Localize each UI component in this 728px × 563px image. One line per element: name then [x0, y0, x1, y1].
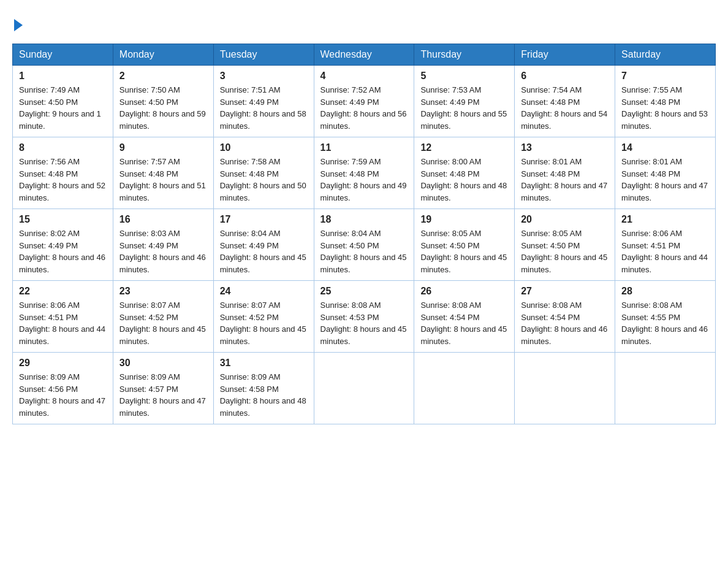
day-number: 9	[119, 142, 207, 153]
day-info: Sunrise: 7:57 AMSunset: 4:48 PMDaylight:…	[119, 156, 207, 204]
day-info: Sunrise: 8:09 AMSunset: 4:58 PMDaylight:…	[220, 371, 308, 419]
calendar-day-cell: 4Sunrise: 7:52 AMSunset: 4:49 PMDaylight…	[314, 66, 414, 137]
day-number: 2	[119, 71, 207, 82]
day-info: Sunrise: 8:04 AMSunset: 4:49 PMDaylight:…	[220, 228, 308, 275]
day-number: 7	[621, 71, 709, 82]
calendar-day-cell: 19Sunrise: 8:05 AMSunset: 4:50 PMDayligh…	[414, 209, 515, 281]
day-info: Sunrise: 8:03 AMSunset: 4:49 PMDaylight:…	[119, 228, 207, 275]
day-number: 5	[420, 71, 508, 82]
day-number: 6	[521, 71, 609, 82]
calendar-week-row: 15Sunrise: 8:02 AMSunset: 4:49 PMDayligh…	[13, 209, 716, 281]
day-number: 30	[119, 358, 207, 369]
weekday-header-friday: Friday	[515, 44, 615, 66]
weekday-header-tuesday: Tuesday	[213, 44, 314, 66]
calendar-day-cell: 10Sunrise: 7:58 AMSunset: 4:48 PMDayligh…	[213, 137, 314, 209]
page-header	[12, 12, 716, 31]
day-number: 12	[420, 142, 508, 153]
calendar-day-cell: 31Sunrise: 8:09 AMSunset: 4:58 PMDayligh…	[213, 353, 314, 424]
calendar-day-cell: 29Sunrise: 8:09 AMSunset: 4:56 PMDayligh…	[13, 353, 113, 424]
calendar-day-cell	[314, 353, 414, 424]
weekday-header-sunday: Sunday	[13, 44, 113, 66]
calendar-day-cell: 3Sunrise: 7:51 AMSunset: 4:49 PMDaylight…	[213, 66, 314, 137]
day-number: 29	[19, 358, 107, 369]
calendar-day-cell: 30Sunrise: 8:09 AMSunset: 4:57 PMDayligh…	[113, 353, 213, 424]
logo-arrow-icon	[14, 19, 23, 31]
calendar-day-cell: 8Sunrise: 7:56 AMSunset: 4:48 PMDaylight…	[13, 137, 113, 209]
weekday-header-wednesday: Wednesday	[314, 44, 414, 66]
day-number: 3	[220, 71, 308, 82]
day-info: Sunrise: 7:59 AMSunset: 4:48 PMDaylight:…	[320, 156, 408, 204]
calendar-day-cell: 22Sunrise: 8:06 AMSunset: 4:51 PMDayligh…	[13, 281, 113, 353]
calendar-day-cell: 15Sunrise: 8:02 AMSunset: 4:49 PMDayligh…	[13, 209, 113, 281]
calendar-day-cell: 25Sunrise: 8:08 AMSunset: 4:53 PMDayligh…	[314, 281, 414, 353]
calendar-day-cell	[414, 353, 515, 424]
calendar-day-cell: 9Sunrise: 7:57 AMSunset: 4:48 PMDaylight…	[113, 137, 213, 209]
calendar-week-row: 22Sunrise: 8:06 AMSunset: 4:51 PMDayligh…	[13, 281, 716, 353]
day-number: 15	[19, 214, 107, 225]
day-info: Sunrise: 7:50 AMSunset: 4:50 PMDaylight:…	[119, 84, 207, 132]
day-info: Sunrise: 8:05 AMSunset: 4:50 PMDaylight:…	[521, 228, 609, 275]
calendar-day-cell	[615, 353, 716, 424]
calendar-day-cell: 6Sunrise: 7:54 AMSunset: 4:48 PMDaylight…	[515, 66, 615, 137]
day-number: 14	[621, 142, 709, 153]
day-info: Sunrise: 8:09 AMSunset: 4:57 PMDaylight:…	[119, 371, 207, 419]
day-info: Sunrise: 7:58 AMSunset: 4:48 PMDaylight:…	[220, 156, 308, 204]
calendar-day-cell: 23Sunrise: 8:07 AMSunset: 4:52 PMDayligh…	[113, 281, 213, 353]
day-number: 10	[220, 142, 308, 153]
day-number: 1	[19, 71, 107, 82]
calendar-day-cell: 1Sunrise: 7:49 AMSunset: 4:50 PMDaylight…	[13, 66, 113, 137]
day-number: 26	[420, 286, 508, 297]
day-number: 13	[521, 142, 609, 153]
day-info: Sunrise: 8:08 AMSunset: 4:54 PMDaylight:…	[521, 299, 609, 347]
day-info: Sunrise: 8:06 AMSunset: 4:51 PMDaylight:…	[19, 299, 107, 347]
day-info: Sunrise: 8:08 AMSunset: 4:54 PMDaylight:…	[420, 299, 508, 347]
day-number: 31	[220, 358, 308, 369]
day-number: 8	[19, 142, 107, 153]
calendar-day-cell: 14Sunrise: 8:01 AMSunset: 4:48 PMDayligh…	[615, 137, 716, 209]
day-info: Sunrise: 7:49 AMSunset: 4:50 PMDaylight:…	[19, 84, 107, 132]
calendar-week-row: 1Sunrise: 7:49 AMSunset: 4:50 PMDaylight…	[13, 66, 716, 137]
day-info: Sunrise: 8:01 AMSunset: 4:48 PMDaylight:…	[521, 156, 609, 204]
day-info: Sunrise: 8:07 AMSunset: 4:52 PMDaylight:…	[220, 299, 308, 347]
calendar-week-row: 29Sunrise: 8:09 AMSunset: 4:56 PMDayligh…	[13, 353, 716, 424]
day-info: Sunrise: 8:07 AMSunset: 4:52 PMDaylight:…	[119, 299, 207, 347]
calendar-day-cell: 7Sunrise: 7:55 AMSunset: 4:48 PMDaylight…	[615, 66, 716, 137]
day-info: Sunrise: 7:56 AMSunset: 4:48 PMDaylight:…	[19, 156, 107, 204]
day-info: Sunrise: 8:08 AMSunset: 4:55 PMDaylight:…	[621, 299, 709, 347]
calendar-day-cell: 2Sunrise: 7:50 AMSunset: 4:50 PMDaylight…	[113, 66, 213, 137]
day-info: Sunrise: 8:06 AMSunset: 4:51 PMDaylight:…	[621, 228, 709, 275]
day-number: 16	[119, 214, 207, 225]
calendar-day-cell: 20Sunrise: 8:05 AMSunset: 4:50 PMDayligh…	[515, 209, 615, 281]
day-info: Sunrise: 8:00 AMSunset: 4:48 PMDaylight:…	[420, 156, 508, 204]
calendar-table: SundayMondayTuesdayWednesdayThursdayFrid…	[12, 44, 716, 424]
day-number: 24	[220, 286, 308, 297]
day-info: Sunrise: 8:04 AMSunset: 4:50 PMDaylight:…	[320, 228, 408, 275]
day-info: Sunrise: 7:53 AMSunset: 4:49 PMDaylight:…	[420, 84, 508, 132]
day-info: Sunrise: 7:51 AMSunset: 4:49 PMDaylight:…	[220, 84, 308, 132]
weekday-header-monday: Monday	[113, 44, 213, 66]
weekday-header-row: SundayMondayTuesdayWednesdayThursdayFrid…	[13, 44, 716, 66]
calendar-day-cell: 5Sunrise: 7:53 AMSunset: 4:49 PMDaylight…	[414, 66, 515, 137]
calendar-day-cell: 13Sunrise: 8:01 AMSunset: 4:48 PMDayligh…	[515, 137, 615, 209]
day-info: Sunrise: 8:09 AMSunset: 4:56 PMDaylight:…	[19, 371, 107, 419]
day-info: Sunrise: 8:02 AMSunset: 4:49 PMDaylight:…	[19, 228, 107, 275]
day-number: 4	[320, 71, 408, 82]
calendar-day-cell: 27Sunrise: 8:08 AMSunset: 4:54 PMDayligh…	[515, 281, 615, 353]
calendar-day-cell: 21Sunrise: 8:06 AMSunset: 4:51 PMDayligh…	[615, 209, 716, 281]
calendar-day-cell: 11Sunrise: 7:59 AMSunset: 4:48 PMDayligh…	[314, 137, 414, 209]
day-number: 20	[521, 214, 609, 225]
day-number: 17	[220, 214, 308, 225]
day-number: 27	[521, 286, 609, 297]
calendar-day-cell: 16Sunrise: 8:03 AMSunset: 4:49 PMDayligh…	[113, 209, 213, 281]
calendar-week-row: 8Sunrise: 7:56 AMSunset: 4:48 PMDaylight…	[13, 137, 716, 209]
day-number: 11	[320, 142, 408, 153]
day-info: Sunrise: 8:05 AMSunset: 4:50 PMDaylight:…	[420, 228, 508, 275]
day-number: 18	[320, 214, 408, 225]
day-info: Sunrise: 8:01 AMSunset: 4:48 PMDaylight:…	[621, 156, 709, 204]
day-info: Sunrise: 7:55 AMSunset: 4:48 PMDaylight:…	[621, 84, 709, 132]
calendar-day-cell: 12Sunrise: 8:00 AMSunset: 4:48 PMDayligh…	[414, 137, 515, 209]
day-number: 28	[621, 286, 709, 297]
logo	[12, 12, 23, 31]
weekday-header-thursday: Thursday	[414, 44, 515, 66]
day-info: Sunrise: 7:52 AMSunset: 4:49 PMDaylight:…	[320, 84, 408, 132]
